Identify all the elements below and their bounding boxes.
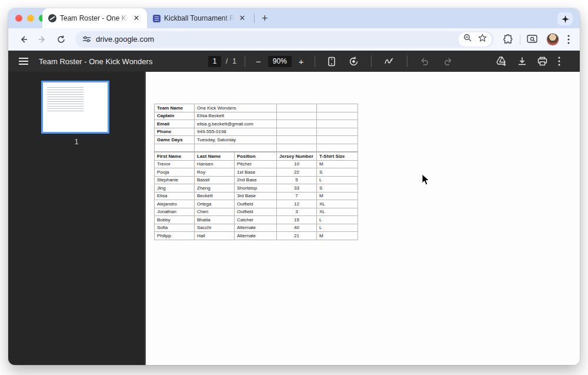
table-row: Team NameOne Kick Wonders: [155, 104, 358, 112]
roster-table: First Name Last Name Position Jersey Num…: [154, 152, 358, 240]
table-cell: [277, 144, 317, 152]
rotate-icon[interactable]: [349, 57, 359, 67]
table-cell: Sofia: [155, 224, 195, 232]
table-cell: Sacchi: [195, 224, 235, 232]
table-cell: Captain: [155, 112, 195, 120]
table-cell: [277, 136, 317, 144]
forward-button[interactable]: [35, 32, 50, 47]
table-cell: 21: [277, 232, 317, 240]
annotate-pen-icon[interactable]: [384, 57, 395, 65]
table-cell: Shortstop: [235, 184, 277, 193]
table-cell: Alternate: [235, 232, 277, 240]
profile-avatar[interactable]: [546, 33, 559, 46]
table-cell: 22: [277, 168, 317, 177]
back-button[interactable]: [16, 32, 31, 47]
table-cell: [317, 128, 358, 136]
column-header: First Name: [155, 152, 195, 161]
minimize-window-button[interactable]: [27, 15, 34, 22]
table-cell: Trevor: [155, 160, 195, 168]
table-cell: 5: [277, 176, 317, 184]
tab-kickball-registration[interactable]: Kickball Tournament Registra ✕: [147, 8, 253, 28]
tab-team-roster[interactable]: Team Roster - One Kick Wond ✕: [42, 8, 147, 28]
zoom-in-button[interactable]: +: [296, 57, 306, 67]
sparkle-icon[interactable]: [557, 12, 573, 25]
table-cell: 40: [277, 224, 317, 232]
redo-icon[interactable]: [443, 57, 453, 65]
table-cell: Outfield: [235, 200, 277, 208]
table-cell: Stephanie: [155, 176, 195, 184]
browser-window: Team Roster - One Kick Wond ✕ Kickball T…: [8, 8, 580, 365]
table-row: [155, 144, 358, 152]
fit-page-icon[interactable]: [328, 57, 336, 67]
table-row: Game DaysTuesday, Saturday: [155, 136, 358, 144]
menu-icon[interactable]: [19, 58, 28, 65]
table-cell: XL: [317, 208, 358, 216]
new-tab-button[interactable]: +: [258, 12, 272, 25]
table-cell: XL: [317, 200, 358, 208]
tab-separator: [254, 14, 255, 23]
team-info-table: Team NameOne Kick WondersCaptainElisa Be…: [154, 104, 358, 152]
table-cell: 12: [277, 200, 317, 208]
viewer-body: 1 Team NameOne Kick WondersCaptainElisa …: [8, 72, 580, 365]
table-cell: Beckett: [195, 192, 235, 200]
undo-icon[interactable]: [420, 57, 430, 65]
document-title: Team Roster - One Kick Wonders: [39, 57, 152, 66]
table-row: SofiaSacchiAlternate40L: [155, 224, 358, 232]
toolbar-separator: [245, 55, 245, 67]
page-thumbnail[interactable]: [41, 81, 109, 134]
table-cell: Email: [155, 120, 195, 128]
table-cell: Elisa Beckett: [195, 112, 277, 120]
thumbnail-panel: 1: [8, 72, 145, 365]
tab-title: Team Roster - One Kick Wond: [60, 14, 128, 22]
download-icon[interactable]: [517, 57, 527, 66]
reload-button[interactable]: [54, 32, 69, 47]
tab-title: Kickball Tournament Registra: [164, 14, 234, 22]
close-tab-icon[interactable]: ✕: [238, 14, 247, 23]
table-row: Emailelisa.g.beckett@gmail.com: [155, 120, 358, 128]
table-row: PhilippHallAlternate21M: [155, 232, 358, 240]
toolbar-separator: [520, 34, 520, 45]
add-to-drive-icon[interactable]: [496, 56, 507, 67]
site-settings-icon[interactable]: [82, 35, 91, 44]
table-cell: Phone: [155, 128, 195, 136]
close-tab-icon[interactable]: ✕: [132, 14, 141, 23]
thumbnail-content: [47, 87, 83, 112]
table-cell: elisa.g.beckett@gmail.com: [195, 120, 277, 128]
zoom-out-button[interactable]: −: [253, 57, 263, 67]
table-cell: Hall: [195, 232, 235, 240]
table-cell: 15: [277, 216, 317, 224]
zoom-level[interactable]: 90%: [268, 56, 292, 67]
close-window-button[interactable]: [15, 15, 22, 22]
table-cell: 3: [277, 208, 317, 216]
bookmark-star-icon[interactable]: [478, 34, 487, 45]
table-cell: Alejandro: [155, 200, 195, 208]
tab-search-icon[interactable]: [527, 34, 538, 44]
omnibox-actions: [459, 32, 492, 47]
table-cell: [277, 104, 317, 112]
zoom-indicator-icon[interactable]: [463, 34, 472, 45]
table-cell: Philipp: [155, 232, 195, 240]
table-cell: Jonathan: [155, 208, 195, 216]
extensions-icon[interactable]: [503, 34, 513, 45]
column-header: Position: [235, 152, 277, 161]
table-cell: Outfield: [235, 208, 277, 216]
document-content: Team NameOne Kick WondersCaptainElisa Be…: [154, 104, 358, 240]
print-icon[interactable]: [537, 57, 547, 66]
address-bar[interactable]: drive.google.com: [75, 31, 494, 48]
toolbar-separator: [407, 55, 407, 67]
chrome-menu-icon[interactable]: [567, 35, 570, 44]
url-text[interactable]: drive.google.com: [96, 35, 459, 44]
table-row: StephanieBassil2nd Base5L: [155, 176, 358, 184]
table-cell: [277, 112, 317, 120]
more-options-icon[interactable]: [558, 57, 560, 66]
table-cell: S: [317, 168, 358, 177]
table-cell: [155, 144, 195, 152]
table-row: PoojaRoy1st Base22S: [155, 168, 358, 177]
table-cell: Bassil: [195, 176, 235, 184]
page-divider: /: [226, 57, 228, 65]
page-number-input[interactable]: 1: [208, 56, 221, 67]
table-cell: Elisa: [155, 192, 195, 200]
table-cell: Game Days: [155, 136, 195, 144]
table-row: TrevorHansenPitcher10M: [155, 160, 358, 168]
column-header: Jersey Number: [277, 152, 317, 161]
